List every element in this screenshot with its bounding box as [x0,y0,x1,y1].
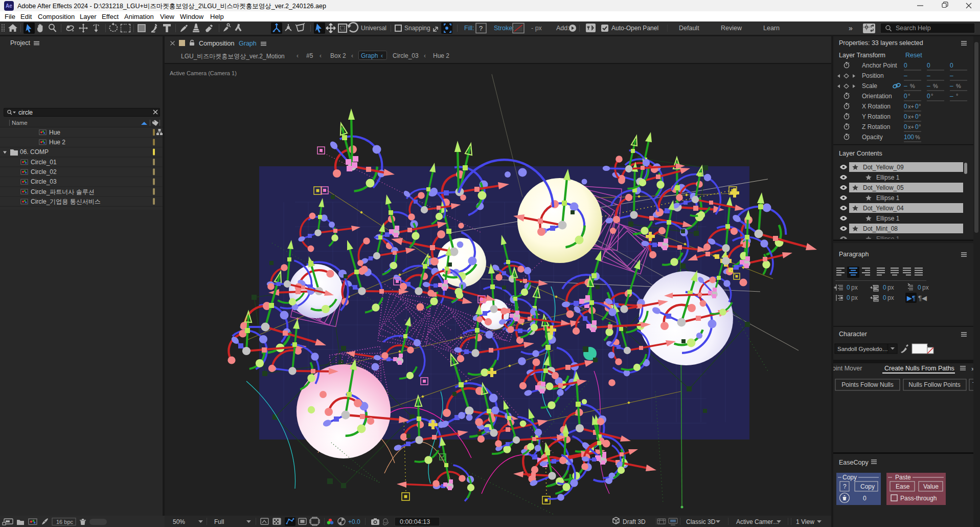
svg-text:°: ° [931,93,933,99]
svg-text:Ellipse 1: Ellipse 1 [876,215,900,222]
svg-text:0: 0 [915,123,919,130]
svg-text:0: 0 [883,294,886,301]
svg-text:Copy: Copy [860,483,875,490]
svg-text:–: – [950,82,953,90]
svg-text:°: ° [956,93,958,99]
svg-text:oint Mover: oint Mover [833,365,862,372]
svg-text:%: % [910,83,915,89]
svg-text:Learn: Learn [763,25,780,32]
svg-text:Snapping: Snapping [404,25,430,32]
svg-text:Stroke:: Stroke: [494,25,514,32]
svg-text:Add:: Add: [556,25,569,32]
svg-text:Ease: Ease [896,483,910,490]
svg-text:0: 0 [915,103,919,110]
svg-text:- px: - px [531,25,542,32]
svg-text:Universal: Universal [361,25,386,32]
svg-text:Hue 2: Hue 2 [49,139,65,146]
svg-text:°: ° [908,93,910,99]
svg-text:0: 0 [950,62,953,69]
svg-text:x+: x+ [908,124,914,130]
svg-text:Points Follow Nulls: Points Follow Nulls [841,381,893,388]
svg-text:¶◀: ¶◀ [918,294,927,302]
svg-text:16 bpc: 16 bpc [56,519,74,525]
svg-text:X Rotation: X Rotation [862,103,891,110]
svg-text:–: – [927,72,930,79]
svg-text:–: – [950,72,953,79]
svg-text:+0.0: +0.0 [348,518,360,525]
svg-text:Ellipse 1: Ellipse 1 [876,174,900,181]
svg-text:Sandoll Gyeokdo…: Sandoll Gyeokdo… [837,346,888,352]
svg-text:Opacity: Opacity [862,134,883,141]
svg-text:Nulls Follow Points: Nulls Follow Points [908,381,960,388]
svg-text:1 View: 1 View [796,518,814,525]
svg-text:Character: Character [839,331,867,338]
svg-text:Dot_Yellow_05: Dot_Yellow_05 [863,184,904,191]
svg-text:0: 0 [927,93,930,100]
svg-text:Draft 3D: Draft 3D [623,518,646,525]
svg-text:Dot_Mint_08: Dot_Mint_08 [863,225,898,232]
svg-text:–: – [904,82,907,90]
svg-text:0: 0 [847,284,850,291]
svg-text:Ellipse 1: Ellipse 1 [876,194,900,202]
svg-text:0: 0 [904,103,907,110]
svg-text:px: px [851,284,858,291]
svg-text:Fill:: Fill: [464,25,474,32]
svg-text:Paragraph: Paragraph [839,251,869,258]
svg-text:px: px [922,284,929,291]
svg-text:x+: x+ [908,103,914,109]
svg-text:%: % [933,83,938,89]
svg-text:px: px [887,284,894,291]
svg-text:–: – [950,93,953,100]
svg-text:Full: Full [214,518,224,525]
svg-text:Active Camer…: Active Camer… [736,518,779,525]
svg-text:Classic 3D: Classic 3D [686,518,716,525]
svg-text:Copy: Copy [842,474,857,481]
svg-text:Anchor Point: Anchor Point [862,62,897,69]
svg-text:0:00:04:13: 0:00:04:13 [400,518,430,525]
svg-text:–: – [904,72,907,79]
svg-text:Paste: Paste [895,474,911,481]
svg-text:Y Rotation: Y Rotation [862,113,891,120]
svg-text:x+: x+ [908,114,914,120]
svg-text:°: ° [919,123,921,129]
svg-text:0: 0 [904,62,907,69]
svg-text:Properties: 33 layers selected: Properties: 33 layers selected [839,39,923,47]
svg-text:%: % [956,83,961,89]
svg-text:EaseCopy: EaseCopy [839,459,869,466]
svg-text:»: » [849,24,853,32]
svg-text:Circle_01: Circle_01 [31,159,57,166]
svg-text:Circle_02: Circle_02 [31,168,57,175]
svg-text:0: 0 [915,113,919,120]
svg-text:Orientation: Orientation [862,93,892,100]
svg-text:°: ° [919,113,921,119]
svg-text:0: 0 [883,284,886,291]
svg-text:Circle_기업용 통신서비스: Circle_기업용 통신서비스 [31,198,101,205]
svg-text:0: 0 [863,495,867,502]
svg-text:▶¶: ▶¶ [907,294,916,302]
svg-text:?: ? [479,25,483,32]
svg-text:06. COMP: 06. COMP [20,148,49,156]
svg-text:0: 0 [904,123,907,130]
svg-text:Circle_파트너사 솔루션: Circle_파트너사 솔루션 [31,188,95,195]
svg-text:Position: Position [862,72,884,79]
svg-text:Layer Contents: Layer Contents [839,150,882,157]
svg-text:Z Rotation: Z Rotation [862,123,890,130]
svg-text:0: 0 [904,93,907,100]
svg-text:Default: Default [679,25,699,32]
svg-text:Search Help: Search Help [896,25,931,32]
svg-text:Circle_03: Circle_03 [31,178,57,185]
svg-text:%: % [915,134,920,140]
svg-text:100: 100 [904,134,914,141]
svg-text:50%: 50% [173,518,185,525]
svg-text:Layer Transform: Layer Transform [839,52,885,59]
svg-text:px: px [887,294,894,301]
svg-text:Auto-Open Panel: Auto-Open Panel [611,25,658,32]
svg-text:0: 0 [918,284,921,291]
svg-text:Scale: Scale [862,82,877,90]
svg-text:Dot_Yellow_04: Dot_Yellow_04 [863,205,904,212]
svg-text:Reset: Reset [905,52,922,59]
svg-text:Dot_Yellow_09: Dot_Yellow_09 [863,164,904,171]
svg-text:px: px [851,294,858,301]
svg-text:°: ° [919,103,921,109]
svg-text:0: 0 [927,62,930,69]
